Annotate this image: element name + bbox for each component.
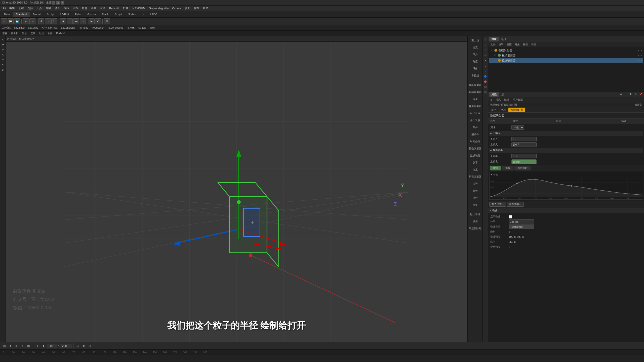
tab-layer[interactable]: 层 [499,92,506,97]
camera2-item[interactable]: 摄像机 [10,31,20,35]
menubar-item-追踪[interactable]: 追踪 [71,6,80,11]
upper-output-field[interactable] [511,159,537,164]
menubar-item-角色[interactable]: 角色 [80,6,89,11]
ri-btn-7[interactable]: ↓ [483,69,488,73]
edge-mode-button[interactable]: — [73,18,79,24]
tl-play-btn[interactable]: ▶ [14,343,19,348]
obj-vis-3[interactable]: ✓ [640,59,642,62]
move-tool[interactable]: ✥ [1,42,5,47]
attr-menu-icon[interactable]: ≡ [489,98,493,102]
obj-view[interactable]: 视图 [505,42,513,47]
attr-nav-pin[interactable]: 📌 [638,92,643,97]
input-expand[interactable]: ▶ [490,132,492,134]
menubar-item-模拟[interactable]: 模拟 [62,6,71,11]
menubar-item-帮助[interactable]: 帮助 [201,6,210,11]
tab-attr[interactable]: 属性 [489,92,499,97]
minimize-button[interactable]: — [52,1,55,5]
menubar-item-选择[interactable]: 选择 [26,6,34,11]
cart-btn[interactable]: 车轮组 [469,72,482,79]
undo-button[interactable]: ↩ [23,18,29,24]
xpemitter-item[interactable]: xpEmitter [13,26,26,29]
time-btn[interactable]: 时间条件 [469,138,482,145]
output-expand[interactable]: ▶ [490,149,492,152]
menubar-item-rit[interactable]: Rit [1,6,7,10]
scale-tool-button[interactable]: ⤡ [45,18,51,24]
topnav-tab-uvedit[interactable]: UVEdit [57,12,72,17]
topnav-tab-sculpt[interactable]: Sculpt [44,12,57,17]
note-btn[interactable]: 注释 [469,180,482,187]
current-frame-display[interactable]: 0 F [47,344,57,348]
redo-button[interactable]: ↪ [29,18,35,24]
ctab-basic[interactable]: 基本 [489,108,498,112]
lower-output-field[interactable] [511,154,537,158]
attr-edit[interactable]: 编辑 [503,98,510,102]
subcondition-btn[interactable]: 细条件 [469,131,482,138]
attr-nav-home[interactable]: ⌂ [623,92,628,97]
tl-prev-btn[interactable]: ⏴ [8,343,13,348]
topnav-tab-script[interactable]: Script [112,12,125,17]
menubar-item-动画[interactable]: 动画 [53,6,62,11]
noise-enabled-check[interactable] [509,215,512,218]
select-tool[interactable]: ↖ [1,37,5,42]
mapping-type-select[interactable]: 半径 位置 速度 [511,125,524,130]
attr-userdata[interactable]: 用户数据 [511,98,524,102]
knife-tool[interactable]: ⌖ [1,62,5,67]
obj-vis-1[interactable]: ✓ [640,49,642,52]
clamp-range-btn[interactable]: 以范围内 [514,166,531,170]
open-button[interactable]: 📂 [8,18,14,24]
clamp-repeat-btn[interactable]: 重复 [502,166,513,170]
menubar-item-redshift[interactable]: Redshift [107,6,120,10]
particle-group-btn[interactable]: 粒子群组 [469,110,482,117]
tl-keyframe-btn[interactable]: ◆ [41,343,46,348]
option-item[interactable]: 选项 [29,31,37,35]
attr-nav-settings[interactable]: ⚙ [633,92,638,97]
number-btn[interactable]: 数字 [469,159,482,166]
tl-start-btn[interactable]: ⏮ [2,343,7,348]
bake-btn[interactable]: 烘焙 [469,218,482,225]
point-mode-button[interactable]: · [67,18,73,24]
multi-emit-btn[interactable]: 多个发射 [469,117,482,124]
ri-btn-3[interactable]: △ [483,48,488,52]
menubar-item-扩展[interactable]: 扩展 [121,6,130,11]
mesh-emitter-btn[interactable]: 网格发射器 [469,89,482,96]
viewport[interactable]: 透视视图 默认摄像机已 [6,36,467,342]
gradient-emitter-btn[interactable]: 梯度发射器 [469,103,482,110]
group-btn[interactable]: 群集 [469,202,482,208]
menubar-item-渲染[interactable]: 渲染 [98,6,107,11]
xpsystem-item[interactable]: XP系统 [1,26,12,30]
topnav-tab-model[interactable]: Model [30,12,44,17]
tl-next-btn[interactable]: ⏵ [20,343,25,348]
panel-item[interactable]: 面板 [46,31,54,35]
render-button[interactable]: ▶ [89,18,95,24]
menubar-item-脚本[interactable]: 脚本 [192,6,201,11]
obj-row-particle-emitter[interactable]: □ 粒子发射器 ✓ ✓ [489,53,643,58]
upper-input-field[interactable] [511,142,537,147]
tl-end-btn[interactable]: ⏭ [26,343,31,348]
angle-btn[interactable]: 角度 [469,58,482,65]
save-preset-btn[interactable]: 保存预置... [507,202,524,207]
gravity-btn[interactable]: 重力场 [469,37,482,44]
tab-object[interactable]: 对象 [489,37,499,41]
stop-btn[interactable]: 终止 [469,166,482,173]
clamp-limit-btn[interactable]: 限制 [490,166,501,170]
ri-btn-9[interactable]: 🔴 [483,79,488,84]
display-item[interactable]: 显示 [21,31,28,35]
topnav-tab-standard[interactable]: Standard [13,12,30,17]
ri-btn-5[interactable]: ✦ [483,58,488,63]
spray-btn[interactable]: 散火平滑 [469,211,482,218]
redshift-item[interactable]: Redshift [55,32,67,35]
topnav-tab-paint[interactable]: Paint [72,12,84,17]
menubar-item-工具[interactable]: 工具 [35,6,44,11]
attr-nav-back[interactable]: ◀ [618,92,623,97]
color-emitter-btn[interactable]: 颜色发射器 [469,145,482,152]
obj-check-2[interactable]: ✓ [637,54,639,57]
topnav-tab-beta[interactable]: Beta [1,12,13,17]
nxfluids-item[interactable]: nxFluids [77,26,89,29]
menubar-item-动画[interactable]: 动画 [89,6,98,11]
ri-btn-8[interactable]: 🔵 [483,74,488,79]
obj-bookmark[interactable]: 书签 [530,42,537,47]
menubar-item-填充[interactable]: 填充 [183,6,192,11]
turbulence-btn[interactable]: 湍流 [469,44,482,51]
template-btn[interactable]: 模板发射器 [469,82,482,88]
rotate-btn[interactable]: 旋转 [469,188,482,194]
